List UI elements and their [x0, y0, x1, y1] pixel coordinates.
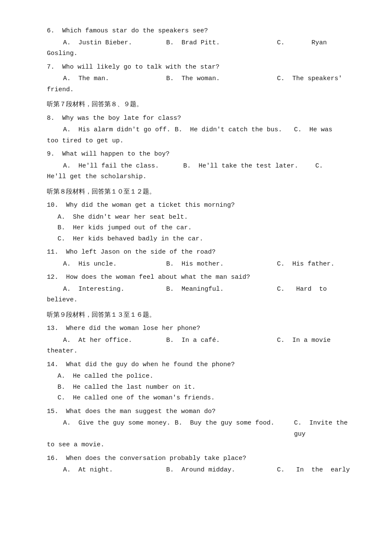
- q12-option-c: C. Hard to: [277, 284, 358, 295]
- question-14: 14. What did the guy do when he found th…: [47, 359, 358, 404]
- q11-option-b: B. His mother.: [166, 259, 277, 270]
- q9-option-c: C.: [315, 161, 358, 172]
- q15-continuation: to see a movie.: [47, 439, 358, 451]
- q10-option-a: A. She didn't wear her seat belt.: [58, 212, 358, 223]
- exam-content: 6. Which famous star do the speakers see…: [47, 26, 358, 476]
- q7-option-b: B. The woman.: [166, 73, 277, 84]
- q12-option-a: A. Interesting.: [55, 284, 166, 295]
- q13-continuation: theater.: [47, 346, 358, 357]
- question-9-text: 9. What will happen to the boy?: [47, 149, 358, 160]
- question-7-options: A. The man. B. The woman. C. The speaker…: [55, 73, 358, 84]
- question-15-text: 15. What does the man suggest the woman …: [47, 406, 358, 417]
- question-16-text: 16. When does the conversation probably …: [47, 453, 358, 464]
- q8-continuation: too tired to get up.: [47, 136, 358, 147]
- question-16-options: A. At night. B. Around midday. C. In the…: [55, 465, 358, 476]
- question-13-options: A. At her office. B. In a café. C. In a …: [55, 335, 358, 346]
- q13-option-c: C. In a movie: [277, 335, 358, 346]
- question-15-options: A. Give the guy some money. B. Buy the g…: [55, 418, 358, 439]
- q15-option-c: C. Invite the guy: [294, 418, 358, 439]
- q7-option-c: C. The speakers': [277, 73, 358, 84]
- q16-option-b: B. Around midday.: [166, 465, 277, 476]
- q11-option-c: C. His father.: [277, 259, 358, 270]
- question-10-text: 10. Why did the woman get a ticket this …: [47, 200, 358, 211]
- q6-option-a: A. Justin Bieber.: [55, 38, 166, 49]
- question-7-text: 7. Who will likely go to talk with the s…: [47, 62, 358, 73]
- question-12-options: A. Interesting. B. Meaningful. C. Hard t…: [55, 284, 358, 295]
- q15-option-a: A. Give the guy some money.: [55, 418, 175, 439]
- question-12-text: 12. How does the woman feel about what t…: [47, 272, 358, 283]
- q6-option-c: C. Ryan: [277, 38, 358, 49]
- question-8-text: 8. Why was the boy late for class?: [47, 113, 358, 124]
- question-13-text: 13. Where did the woman lose her phone?: [47, 323, 358, 334]
- section-header-9: 听第９段材料，回答第１３至１６题。: [47, 310, 358, 321]
- q12-continuation: believe.: [47, 295, 358, 306]
- q16-option-a: A. At night.: [55, 465, 166, 476]
- question-8: 8. Why was the boy late for class? A. Hi…: [47, 113, 358, 147]
- q9-continuation: He'll get the scholarship.: [47, 171, 358, 182]
- q14-option-b: B. He called the last number on it.: [58, 382, 358, 393]
- q13-option-b: B. In a café.: [166, 335, 277, 346]
- question-6: 6. Which famous star do the speakers see…: [47, 26, 358, 59]
- q8-option-c: C. He was: [294, 124, 358, 136]
- question-9-options: A. He'll fail the class. B. He'll take t…: [55, 161, 358, 172]
- section-header-7: 听第７段材料，回答第８、９题。: [47, 99, 358, 110]
- q9-option-a: A. He'll fail the class.: [55, 161, 183, 172]
- q11-option-a: A. His uncle.: [55, 259, 166, 270]
- question-8-options: A. His alarm didn't go off. B. He didn't…: [55, 124, 358, 136]
- q6-option-b: B. Brad Pitt.: [166, 38, 277, 49]
- q12-option-b: B. Meaningful.: [166, 284, 277, 295]
- q7-continuation: friend.: [47, 84, 358, 95]
- question-13: 13. Where did the woman lose her phone? …: [47, 323, 358, 357]
- question-11-options: A. His uncle. B. His mother. C. His fath…: [55, 259, 358, 270]
- q7-option-a: A. The man.: [55, 73, 166, 84]
- q8-option-b: B. He didn't catch the bus.: [175, 124, 294, 136]
- section-header-8: 听第８段材料，回答第１０至１２题。: [47, 187, 358, 198]
- q14-option-c: C. He called one of the woman's friends.: [58, 393, 358, 404]
- q14-option-a: A. He called the police.: [58, 371, 358, 382]
- q10-option-b: B. Her kids jumped out of the car.: [58, 223, 358, 234]
- question-11: 11. Who left Jason on the side of the ro…: [47, 247, 358, 269]
- question-6-options: A. Justin Bieber. B. Brad Pitt. C. Ryan: [55, 38, 358, 49]
- q8-option-a: A. His alarm didn't go off.: [55, 124, 175, 136]
- question-6-text: 6. Which famous star do the speakers see…: [47, 26, 358, 37]
- q15-option-b: B. Buy the guy some food.: [175, 418, 294, 439]
- q13-option-a: A. At her office.: [55, 335, 166, 346]
- q6-continuation: Gosling.: [47, 48, 358, 59]
- question-14-text: 14. What did the guy do when he found th…: [47, 359, 358, 370]
- question-7: 7. Who will likely go to talk with the s…: [47, 62, 358, 95]
- q10-option-c: C. Her kids behaved badly in the car.: [58, 234, 358, 245]
- question-12: 12. How does the woman feel about what t…: [47, 272, 358, 306]
- question-9: 9. What will happen to the boy? A. He'll…: [47, 149, 358, 182]
- question-15: 15. What does the man suggest the woman …: [47, 406, 358, 451]
- question-16: 16. When does the conversation probably …: [47, 453, 358, 476]
- q9-option-b: B. He'll take the test later.: [183, 161, 315, 172]
- question-10: 10. Why did the woman get a ticket this …: [47, 200, 358, 244]
- q16-option-c: C. In the early: [277, 465, 358, 476]
- question-11-text: 11. Who left Jason on the side of the ro…: [47, 247, 358, 258]
